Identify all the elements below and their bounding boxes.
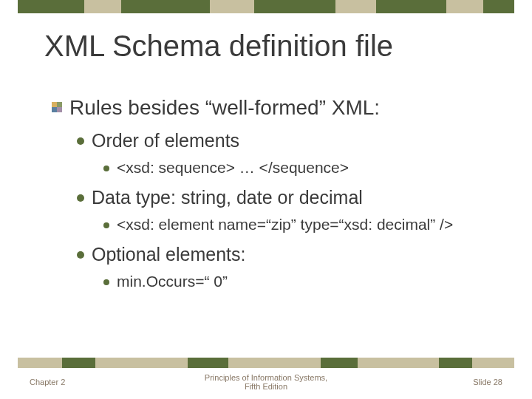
round-bullet-icon (103, 279, 109, 285)
bullet-level3: min.Occurs=“ 0” (103, 273, 510, 290)
content-area: Rules besides “well-formed” XML: Order o… (52, 96, 510, 301)
bullet-level2: Data type: string, date or decimal (77, 187, 510, 208)
round-bullet-icon (77, 194, 84, 202)
level3-text: min.Occurs=“ 0” (117, 273, 228, 290)
level3-text: <xsd: sequence> … </sequence> (117, 159, 349, 177)
slide-title: XML Schema definition file (44, 30, 502, 63)
top-decor-band (18, 0, 514, 13)
bullet-level3: <xsd: element name=“zip” type=“xsd: deci… (103, 216, 510, 233)
bullet-level2: Optional elements: (77, 244, 510, 265)
footer-left: Chapter 2 (30, 378, 126, 386)
round-bullet-icon (103, 222, 109, 228)
bullet-level1: Rules besides “well-formed” XML: (52, 96, 510, 120)
bottom-decor-band (18, 358, 514, 368)
round-bullet-icon (103, 166, 109, 171)
level1-text: Rules besides “well-formed” XML: (69, 96, 380, 120)
square-bullet-icon (52, 102, 62, 112)
bullet-level2: Order of elements (77, 130, 510, 151)
level2-text: Data type: string, date or decimal (92, 187, 363, 208)
footer: Chapter 2 Principles of Information Syst… (30, 371, 502, 393)
footer-right: Slide 28 (406, 378, 502, 386)
bullet-level3: <xsd: sequence> … </sequence> (103, 159, 510, 177)
footer-center: Principles of Information Systems,Fifth … (126, 373, 406, 391)
level2-text: Optional elements: (92, 244, 245, 265)
round-bullet-icon (77, 137, 84, 145)
round-bullet-icon (77, 251, 84, 259)
level3-text: <xsd: element name=“zip” type=“xsd: deci… (117, 216, 453, 233)
level2-text: Order of elements (92, 130, 239, 151)
